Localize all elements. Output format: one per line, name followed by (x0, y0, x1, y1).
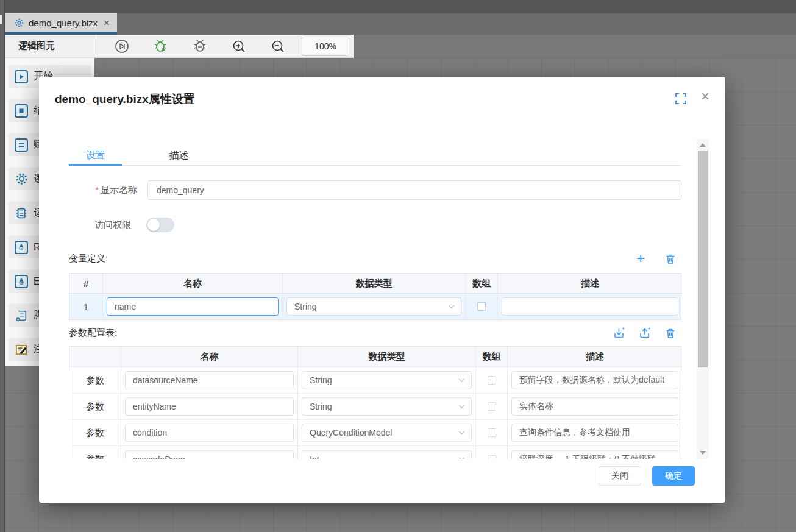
access-label: 访问权限 (94, 219, 131, 231)
param-row-label: 参数 (86, 453, 104, 459)
e-drop-icon: E (15, 275, 28, 288)
start-icon (15, 70, 28, 83)
col-header-type: 数据类型 (283, 274, 466, 294)
col-header-name: 名称 (121, 347, 298, 367)
import-icon[interactable] (611, 325, 626, 340)
param-array-checkbox[interactable] (488, 428, 496, 437)
col-header-desc: 描述 (508, 347, 682, 367)
param-desc-input[interactable] (511, 424, 678, 442)
col-header-rowtype (69, 347, 121, 367)
param-type-select[interactable]: QueryConditionModel (302, 424, 472, 442)
r-drop-icon: R (15, 241, 28, 254)
param-name-input[interactable] (125, 397, 294, 416)
variable-type-select[interactable]: String (286, 297, 461, 316)
app-header-strip (0, 0, 796, 13)
variable-array-checkbox[interactable] (477, 302, 486, 311)
params-section-label: 参数配置表: (69, 327, 117, 339)
row-index: 1 (84, 302, 88, 312)
canvas-toolbar: 100% (94, 35, 354, 58)
access-toggle[interactable] (146, 218, 174, 232)
svg-text:E: E (20, 280, 23, 284)
col-header-index: # (69, 274, 103, 294)
tab-close-icon[interactable]: × (104, 18, 109, 28)
params-header-row: 名称 数据类型 数组 描述 (69, 347, 681, 367)
stop-icon (15, 104, 28, 118)
zoom-in-icon[interactable] (231, 38, 247, 54)
param-name-input[interactable] (125, 424, 294, 442)
scroll-down-arrow[interactable] (700, 451, 706, 455)
required-mark: * (95, 185, 99, 195)
param-desc-input[interactable] (511, 397, 678, 416)
param-name-input[interactable] (125, 450, 294, 459)
variable-row: 1 String (69, 294, 681, 319)
left-rail (0, 0, 5, 532)
tab-active-bar (69, 164, 122, 166)
close-button[interactable]: 关闭 (599, 466, 641, 486)
properties-dialog: demo_query.bizx属性设置 × 设置 描述 *显示名称 访问权限 变… (39, 77, 725, 503)
debug-run-icon[interactable] (153, 38, 169, 54)
palette-header: 逻辑图元 (5, 35, 94, 58)
delete-variable-icon[interactable] (663, 252, 678, 266)
param-array-checkbox[interactable] (488, 455, 496, 459)
delete-param-icon[interactable] (663, 326, 678, 341)
script-scroll-icon (15, 310, 28, 322)
variables-section-label: 变量定义: (69, 253, 108, 264)
variables-header-row: # 名称 数据类型 数组 描述 (69, 274, 681, 294)
chevron-down-icon (458, 405, 465, 409)
param-name-input[interactable] (125, 371, 294, 389)
left-rail-marker (0, 15, 2, 24)
chevron-down-icon (458, 431, 465, 435)
col-header-array: 数组 (466, 274, 498, 294)
param-row: 参数 String (69, 394, 681, 420)
export-icon[interactable] (637, 325, 652, 340)
param-row-label: 参数 (86, 375, 104, 386)
param-desc-input[interactable] (511, 371, 678, 389)
chevron-down-icon (448, 305, 455, 309)
dialog-scrollbar[interactable] (697, 139, 709, 459)
gear-icon (15, 18, 24, 27)
tab-description[interactable]: 描述 (152, 147, 205, 163)
variable-desc-input[interactable] (502, 297, 678, 316)
tab-label: demo_query.bizx (29, 18, 98, 28)
param-array-checkbox[interactable] (488, 402, 496, 411)
param-type-select[interactable]: String (302, 397, 472, 416)
tab-settings[interactable]: 设置 (69, 147, 122, 163)
tab-demo-query[interactable]: demo_query.bizx × (5, 13, 117, 32)
display-name-label: *显示名称 (76, 185, 137, 196)
param-type-select[interactable]: String (302, 371, 472, 389)
toggle-knob (147, 219, 160, 231)
param-row-label: 参数 (86, 427, 104, 439)
app-window: demo_query.bizx × 100% 逻辑图元 开始 (0, 0, 796, 532)
col-header-desc: 描述 (498, 274, 682, 294)
params-table: 名称 数据类型 数组 描述 参数 String 参数 (69, 346, 681, 459)
param-row-label: 参数 (86, 401, 104, 413)
run-icon[interactable] (114, 38, 130, 54)
logic-gear-icon (15, 172, 28, 185)
variables-table: # 名称 数据类型 数组 描述 1 String (69, 273, 681, 320)
param-row: 参数 Int (69, 446, 681, 459)
assign-icon (15, 138, 28, 152)
zoom-level-value: 100% (314, 41, 336, 51)
debug-icon[interactable] (192, 38, 208, 54)
scrollbar-thumb[interactable] (698, 151, 708, 367)
param-desc-input[interactable] (511, 450, 678, 459)
zoom-out-icon[interactable] (270, 38, 286, 54)
col-header-name: 名称 (103, 274, 283, 294)
param-type-select[interactable]: Int (302, 450, 472, 459)
dialog-body: 设置 描述 *显示名称 访问权限 变量定义: + # (39, 77, 725, 459)
scroll-up-arrow[interactable] (700, 143, 706, 147)
variable-name-input[interactable] (107, 297, 279, 316)
display-name-input[interactable] (147, 180, 681, 200)
chevron-down-icon (458, 457, 465, 459)
param-array-checkbox[interactable] (488, 376, 496, 385)
comment-note-icon (15, 343, 28, 356)
param-row: 参数 QueryConditionModel (69, 420, 681, 446)
confirm-button[interactable]: 确定 (652, 466, 695, 486)
svg-text:R: R (20, 246, 23, 250)
zoom-level-button[interactable]: 100% (302, 37, 349, 56)
add-variable-icon[interactable]: + (633, 251, 648, 266)
chevron-down-icon (458, 378, 465, 383)
tab-strip-background (0, 13, 796, 35)
param-row: 参数 String (69, 367, 681, 394)
chip-icon (15, 207, 28, 220)
